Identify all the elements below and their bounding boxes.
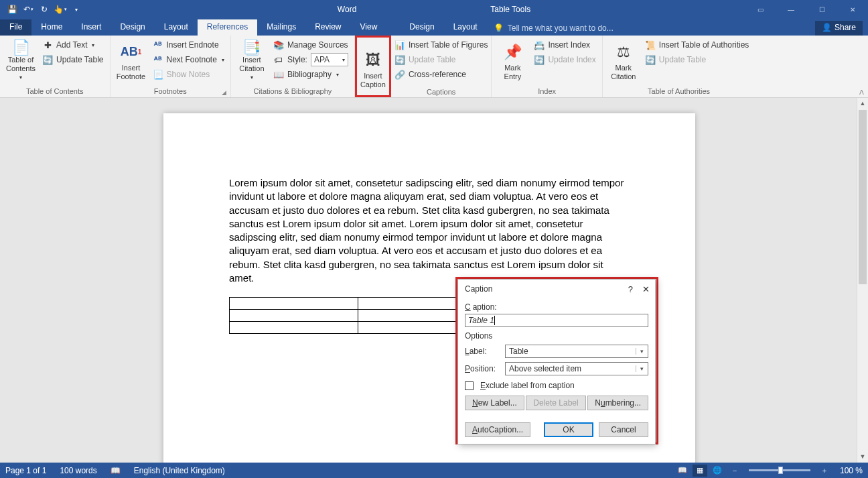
options-label: Options: [465, 331, 648, 341]
undo-button[interactable]: ↶▾: [20, 1, 36, 17]
cross-ref-icon: 🔗: [394, 69, 405, 80]
tab-file[interactable]: File: [0, 19, 31, 36]
numbering-button[interactable]: Numbering...: [587, 396, 648, 410]
group-label-footnotes: Footnotes◢: [113, 86, 228, 97]
update-index-button[interactable]: 🔄Update Index: [530, 52, 599, 67]
qat-customize[interactable]: ▾: [68, 1, 84, 17]
toc-button[interactable]: 📄 Table of Contents ▾: [3, 38, 39, 82]
zoom-out-button[interactable]: −: [727, 465, 742, 477]
mark-citation-button[interactable]: ⚖ Mark Citation: [605, 38, 642, 82]
ok-button[interactable]: OK: [544, 422, 593, 437]
autocaption-button[interactable]: AutoCaption...: [465, 422, 530, 437]
collapse-ribbon-button[interactable]: ᐱ: [859, 88, 864, 96]
zoom-in-button[interactable]: +: [817, 465, 832, 477]
tab-view[interactable]: View: [351, 19, 387, 36]
web-layout-button[interactable]: 🌐: [710, 465, 725, 477]
toa-icon: 📜: [645, 40, 656, 50]
context-title: Table Tools: [490, 5, 530, 14]
label-select[interactable]: Table▾: [505, 345, 648, 358]
language-button[interactable]: English (United Kingdom): [134, 466, 225, 475]
show-notes-button[interactable]: 📃Show Notes: [149, 67, 228, 82]
word-count[interactable]: 100 words: [60, 466, 96, 475]
style-select[interactable]: APA▾: [311, 53, 348, 66]
group-label-authorities: Table of Authorities: [605, 86, 753, 97]
update-toa-button[interactable]: 🔄Update Table: [642, 52, 753, 67]
cross-reference-button[interactable]: 🔗Cross-reference: [391, 67, 492, 82]
tab-layout[interactable]: Layout: [155, 19, 198, 36]
insert-table-of-figures-button[interactable]: 📊Insert Table of Figures: [391, 38, 492, 52]
insert-caption-button[interactable]: 🖼 Insert Caption: [355, 36, 391, 97]
update-icon: 🔄: [534, 54, 545, 65]
tab-design[interactable]: Design: [111, 19, 154, 36]
help-button[interactable]: ?: [628, 284, 633, 294]
close-window-button[interactable]: ✕: [837, 0, 868, 19]
caption-icon: 🖼: [362, 49, 384, 70]
insert-index-button[interactable]: 📇Insert Index: [530, 38, 599, 52]
add-text-button[interactable]: ✚Add Text▾: [39, 38, 107, 52]
group-footnotes: AB1 Insert Footnote ᴬᴮInsert Endnote ᴬᴮN…: [111, 36, 231, 97]
scroll-thumb[interactable]: [859, 110, 867, 284]
update-tof-button[interactable]: 🔄Update Table: [391, 52, 492, 67]
scroll-down-arrow[interactable]: ▼: [857, 451, 868, 463]
tab-review[interactable]: Review: [305, 19, 350, 36]
manage-sources-button[interactable]: 📚Manage Sources: [270, 38, 352, 52]
ribbon-display-options[interactable]: ▭: [745, 0, 776, 19]
dialog-title: Caption: [465, 284, 492, 294]
share-button[interactable]: 👤 Share: [815, 21, 863, 36]
insert-endnote-button[interactable]: ᴬᴮInsert Endnote: [149, 38, 228, 52]
update-toc-button[interactable]: 🔄Update Table: [39, 52, 107, 67]
tof-icon: 📊: [394, 40, 405, 50]
insert-footnote-button[interactable]: AB1 Insert Footnote: [113, 38, 149, 82]
position-field-label: Position:: [465, 364, 501, 373]
index-icon: 📇: [534, 40, 545, 50]
zoom-level[interactable]: 100 %: [840, 466, 863, 475]
save-button[interactable]: 💾: [4, 1, 20, 17]
toc-icon: 📄: [10, 40, 31, 54]
tab-table-design[interactable]: Design: [400, 19, 443, 36]
print-layout-button[interactable]: ▦: [693, 465, 707, 477]
chevron-down-icon: ▾: [636, 365, 646, 372]
caption-input[interactable]: Table 1: [465, 314, 648, 327]
zoom-slider[interactable]: [749, 469, 810, 471]
quick-access-toolbar: 💾 ↶▾ ↻ 👆▾ ▾: [0, 1, 84, 17]
position-select[interactable]: Above selected item▾: [505, 362, 648, 375]
cancel-button[interactable]: Cancel: [599, 422, 648, 437]
proofing-button[interactable]: 📖: [111, 466, 121, 475]
page-count[interactable]: Page 1 of 1: [5, 466, 46, 475]
tell-me-search[interactable]: 💡 Tell me what you want to do...: [494, 23, 613, 36]
insert-toa-button[interactable]: 📜Insert Table of Authorities: [642, 38, 753, 52]
caption-field-label: Caption:: [465, 302, 648, 312]
tab-insert[interactable]: Insert: [72, 19, 111, 36]
scroll-up-arrow[interactable]: ▲: [857, 98, 868, 109]
tab-mailings[interactable]: Mailings: [257, 19, 305, 36]
next-footnote-button[interactable]: ᴬᴮNext Footnote▾: [149, 52, 228, 67]
footnote-icon: AB1: [121, 41, 142, 62]
tab-home[interactable]: Home: [31, 19, 72, 36]
tab-table-layout[interactable]: Layout: [444, 19, 487, 36]
exclude-label[interactable]: Exclude label from caption: [480, 381, 575, 390]
vertical-scrollbar[interactable]: ▲ ▼: [857, 98, 868, 463]
titlebar: 💾 ↶▾ ↻ 👆▾ ▾ Word Table Tools ▭ — ☐ ✕: [0, 0, 868, 19]
maximize-button[interactable]: ☐: [806, 0, 837, 19]
mark-entry-icon: 📌: [502, 41, 523, 62]
group-label-citations: Citations & Bibliography: [234, 86, 352, 97]
minimize-button[interactable]: —: [776, 0, 806, 19]
read-mode-button[interactable]: 📖: [675, 465, 690, 477]
exclude-checkbox[interactable]: [465, 381, 474, 390]
bibliography-button[interactable]: 📖Bibliography▾: [270, 67, 352, 82]
redo-button[interactable]: ↻: [36, 1, 52, 17]
show-notes-icon: 📃: [153, 69, 163, 80]
mark-entry-button[interactable]: 📌 Mark Entry: [494, 38, 530, 82]
group-label-toc: Table of Contents: [3, 86, 107, 97]
insert-citation-button[interactable]: 📑 Insert Citation ▾: [234, 38, 270, 82]
dialog-titlebar: Caption ? ✕: [458, 280, 655, 298]
close-button[interactable]: ✕: [642, 284, 650, 294]
dialog-launcher-icon[interactable]: ◢: [222, 89, 226, 96]
tab-references[interactable]: References: [198, 19, 257, 36]
next-footnote-icon: ᴬᴮ: [153, 54, 163, 65]
touch-mode-button[interactable]: 👆▾: [52, 1, 68, 17]
new-label-button[interactable]: New Label...: [465, 396, 524, 410]
zoom-thumb[interactable]: [778, 467, 783, 474]
paragraph[interactable]: Lorem ipsum dolor sit amet, consetetur s…: [229, 176, 630, 285]
delete-label-button: Delete Label: [526, 396, 585, 410]
